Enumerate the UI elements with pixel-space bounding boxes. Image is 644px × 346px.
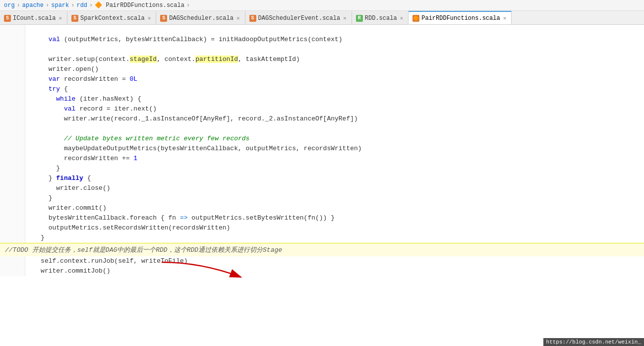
line-content <box>25 45 644 55</box>
line-number <box>0 203 25 213</box>
tab-dagschedulerevent-close[interactable]: ✕ <box>342 15 348 21</box>
table-row <box>0 25 644 35</box>
tab-sparkcontext[interactable]: S SparkContext.scala ✕ <box>67 11 156 25</box>
tab-pairrdd-close[interactable]: ✕ <box>502 15 508 21</box>
tab-dagscheduler[interactable]: S DAGScheduler.scala ✕ <box>156 11 245 25</box>
tab-sparkcontext-label: SparkContext.scala <box>80 15 145 22</box>
tab-rdd-label: RDD.scala <box>365 15 397 22</box>
line-content: writer.commit() <box>25 203 644 213</box>
line-content: } <box>25 164 644 173</box>
breadcrumb-org[interactable]: org <box>4 2 15 9</box>
line-content: var recordsWritten = 0L <box>25 74 644 84</box>
line-content: writer.write(record._1.asInstanceOf[AnyR… <box>25 114 644 124</box>
breadcrumb-sep-3: › <box>71 2 74 9</box>
breadcrumb-apache[interactable]: apache <box>22 2 44 9</box>
table-row <box>0 124 644 134</box>
tab-icount-close[interactable]: ✕ <box>58 15 63 21</box>
tab-dagscheduler-label: DAGScheduler.scala <box>169 15 234 22</box>
breadcrumb-sep-1: › <box>17 2 20 9</box>
line-number <box>0 45 25 55</box>
line-number <box>0 154 25 164</box>
table-row: } <box>0 164 644 173</box>
line-number <box>0 104 25 114</box>
breadcrumb-rdd[interactable]: rdd <box>76 2 87 9</box>
status-url: https://blog.csdn.net/weixin_ <box>546 339 641 345</box>
table-row <box>0 45 644 55</box>
table-row: val record = iter.next() <box>0 104 644 114</box>
line-number <box>0 144 25 154</box>
line-number <box>0 183 25 193</box>
table-row: var recordsWritten = 0L <box>0 74 644 84</box>
line-content: writer.close() <box>25 183 644 193</box>
breadcrumb-sep-2: › <box>46 2 49 9</box>
line-content: val (outputMetrics, bytesWrittenCallback… <box>25 35 644 45</box>
line-number <box>0 124 25 134</box>
line-number <box>0 134 25 144</box>
line-content: writer.setup(context.stageId, context.pa… <box>25 55 644 64</box>
line-number <box>0 213 25 223</box>
table-row: writer.write(record._1.asInstanceOf[AnyR… <box>0 114 644 124</box>
table-row: } <box>0 193 644 203</box>
line-content: } finally { <box>25 173 644 183</box>
code-table: val (outputMetrics, bytesWrittenCallback… <box>0 25 644 243</box>
bottom-code-area: self.context.runJob(self, writeToFile) w… <box>0 256 644 276</box>
tab-icount[interactable]: S ICount.scala ✕ <box>0 11 67 25</box>
line-content <box>25 124 644 134</box>
code-area[interactable]: val (outputMetrics, bytesWrittenCallback… <box>0 25 644 346</box>
breadcrumb-spark[interactable]: spark <box>51 2 69 9</box>
line-number <box>0 25 25 35</box>
line-number <box>0 84 25 94</box>
table-row: writer.setup(context.stageId, context.pa… <box>0 55 644 64</box>
tab-dagscheduler-close[interactable]: ✕ <box>235 15 241 21</box>
line-content: recordsWritten += 1 <box>25 154 644 164</box>
breadcrumb-current: 🔶 PairRDDFunctions.scala <box>95 1 184 9</box>
line-content <box>25 25 644 35</box>
status-bar: https://blog.csdn.net/weixin_ <box>543 338 644 346</box>
line-content: try { <box>25 84 644 94</box>
scala-icon: S <box>4 15 11 22</box>
table-row: // Update bytes written metric every few… <box>0 134 644 144</box>
editor-container: val (outputMetrics, bytesWrittenCallback… <box>0 25 644 346</box>
table-row: recordsWritten += 1 <box>0 154 644 164</box>
table-row: writer.open() <box>0 64 644 74</box>
table-row: val (outputMetrics, bytesWrittenCallback… <box>0 35 644 45</box>
line-number <box>0 173 25 183</box>
table-row: maybeUpdateOutputMetrics(bytesWrittenCal… <box>0 144 644 154</box>
line-content: // Update bytes written metric every few… <box>25 134 644 144</box>
scala-icon-4: S <box>249 15 256 22</box>
line-content: while (iter.hasNext) { <box>25 94 644 104</box>
line-content: bytesWrittenCallback.foreach { fn => out… <box>25 213 644 223</box>
breadcrumb-sep-4: › <box>89 2 93 9</box>
tab-pairrdd-label: PairRDDFunctions.scala <box>421 15 500 22</box>
line-content: self.context.runJob(self, writeToFile) <box>25 256 644 266</box>
line-number <box>0 94 25 104</box>
breadcrumb: org › apache › spark › rdd › 🔶 PairRDDFu… <box>0 0 644 11</box>
line-content: } <box>25 233 644 243</box>
line-number <box>0 256 25 266</box>
table-row: writer.commit() <box>0 203 644 213</box>
tab-dagschedulerevent-label: DAGSchedulerEvent.scala <box>258 15 341 22</box>
line-content: outputMetrics.setRecordsWritten(recordsW… <box>25 223 644 233</box>
tab-pairrdd[interactable]: 🔶 PairRDDFunctions.scala ✕ <box>409 11 512 25</box>
tab-dagschedulerevent[interactable]: S DAGSchedulerEvent.scala ✕ <box>245 11 352 25</box>
scala-icon-3: S <box>160 15 167 22</box>
table-row: outputMetrics.setRecordsWritten(recordsW… <box>0 223 644 233</box>
line-number <box>0 266 25 276</box>
line-content: writer.open() <box>25 64 644 74</box>
tab-rdd[interactable]: R RDD.scala ✕ <box>352 11 409 25</box>
line-number <box>0 55 25 64</box>
line-number <box>0 74 25 84</box>
line-number <box>0 114 25 124</box>
tab-rdd-close[interactable]: ✕ <box>399 15 405 21</box>
line-content: writer.commitJob() <box>25 266 644 276</box>
bottom-code-table: self.context.runJob(self, writeToFile) w… <box>0 256 644 276</box>
table-row: writer.close() <box>0 183 644 193</box>
line-number <box>0 64 25 74</box>
line-number <box>0 164 25 173</box>
scala-icon-2: S <box>71 15 78 22</box>
table-row: bytesWrittenCallback.foreach { fn => out… <box>0 213 644 223</box>
tab-sparkcontext-close[interactable]: ✕ <box>147 15 152 21</box>
line-number <box>0 233 25 243</box>
scala-icon-5: 🔶 <box>412 15 419 22</box>
annotation-bar: //TODO 开始提交任务，self就是DAG中的最后一个RDD，这个RDD通过… <box>0 243 644 256</box>
